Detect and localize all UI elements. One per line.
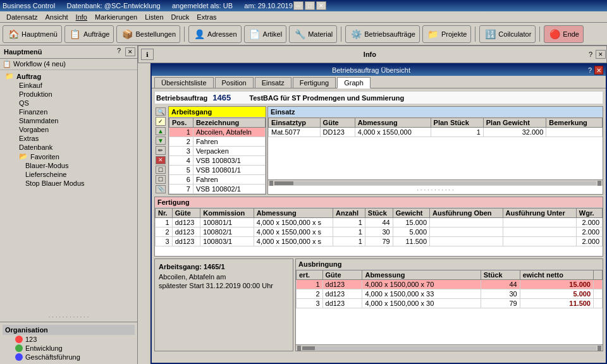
ba-header: Betriebsauftrag 1465 TestBAG für ST Prod…	[154, 91, 603, 104]
left-toolbar: 🔍 ✓ ▲ ▼ ✏ ✕ ☐ ☐ 📎	[154, 106, 167, 195]
betriebsauftraege-button[interactable]: ⚙️ Betriebsaufträge	[345, 25, 420, 43]
tab-fertigung[interactable]: Fertigung	[293, 77, 336, 88]
org-item-geschaeftsfuehrung[interactable]: Geschäftsführung	[3, 353, 135, 361]
sidebar-item-qs[interactable]: QS	[0, 99, 137, 107]
adressen-button[interactable]: 👤 Adressen	[188, 25, 241, 43]
tab-position[interactable]: Position	[215, 77, 254, 88]
projekte-button[interactable]: 📁 Projekte	[422, 25, 471, 43]
uncheck2-button[interactable]: ☐	[156, 175, 166, 183]
hauptmenu-button[interactable]: 🏠 Hauptmenü	[3, 25, 62, 43]
main-window-close[interactable]: ✕	[594, 66, 603, 75]
menu-druck[interactable]: Druck	[168, 13, 193, 21]
tab-einsatz[interactable]: Einsatz	[255, 77, 291, 88]
menu-ansicht[interactable]: Ansicht	[42, 13, 72, 21]
adressen-label: Adressen	[207, 30, 236, 38]
arbeitsgang-row-7[interactable]: 7VSB 100802/1	[169, 185, 266, 194]
arbeitsgang-row-2[interactable]: 2Fahren	[169, 137, 266, 147]
title-bar: Business Control Datenbank: @SC-Entwickl…	[0, 0, 607, 11]
minimize-button[interactable]: ─	[293, 1, 304, 10]
edit-button[interactable]: ✏	[156, 146, 166, 154]
clip-button[interactable]: 📎	[156, 185, 166, 193]
down-arrow-button[interactable]: ▼	[156, 136, 166, 145]
sidebar-item-vorgaben[interactable]: Vorgaben	[0, 125, 137, 134]
cell-pos: 4	[169, 156, 193, 166]
ende-icon: 🔴	[548, 28, 561, 40]
sidebar-item-stop-blauer-modus[interactable]: Stop Blauer Modus	[0, 179, 137, 188]
menu-listen[interactable]: Listen	[141, 13, 167, 21]
delete-button[interactable]: ✕	[156, 156, 166, 164]
menu-extras[interactable]: Extras	[193, 13, 220, 21]
ausbringung-row-2[interactable]: 2dd1234,000 x 1500,000 x 33305.000	[297, 289, 603, 299]
sidebar-item-lieferscheine[interactable]: Lieferscheine	[0, 170, 137, 179]
menu-info[interactable]: Info	[72, 13, 91, 21]
arbeitsgang-row-4[interactable]: 4VSB 100803/1	[169, 156, 266, 166]
arbeitsgang-row-6[interactable]: 6Fahren	[169, 175, 266, 185]
tab-uebersichtsliste[interactable]: Übersichtsliste	[154, 77, 214, 88]
einsatz-row-1[interactable]: Mat.5077DD1234,000 x 1550,000132.000	[269, 128, 603, 137]
fertigung-table-container[interactable]: Nr. Güte Kommission Abmessung Anzahl Stü…	[155, 208, 603, 256]
sidebar-item-favoriten[interactable]: 📂 Favoriten	[0, 152, 137, 161]
cell-bezeichnung: VSB 100802/1	[193, 185, 265, 194]
ausbringung-row-1[interactable]: 1dd1234,000 x 1500,000 x 704415.000	[297, 280, 603, 289]
sidebar-item-stammdaten[interactable]: Stammdaten	[0, 116, 137, 125]
info-icon[interactable]: ℹ	[141, 49, 154, 60]
sidebar-item-extras[interactable]: Extras	[0, 134, 137, 143]
fertigung-row-2[interactable]: 2dd123100802/14,000 x 1550,000 x s1305.0…	[156, 228, 603, 237]
ausbringung-header: Ausbringung	[296, 259, 603, 270]
sidebar-help[interactable]: ?	[114, 47, 123, 57]
ausbringung-row-3[interactable]: 3dd1234,000 x 1500,000 x 307911.500	[297, 299, 603, 308]
ausbringung-hscroll[interactable]	[296, 344, 603, 351]
ende-button[interactable]: 🔴 Ende	[544, 25, 584, 43]
sidebar-item-einkauf[interactable]: Einkauf	[0, 81, 137, 90]
cell-pos: 7	[169, 185, 193, 194]
col-wgr: Wgr.	[576, 209, 602, 218]
detail-panel: Arbeitsgang: 1465/1 Abcoilen, Abtafeln a…	[154, 258, 293, 351]
cell-pos: 6	[169, 175, 193, 185]
col-pos: Pos.	[169, 118, 193, 128]
main-win-help[interactable]: ?	[588, 66, 592, 74]
arbeitsgang-row-5[interactable]: 5VSB 100801/1	[169, 166, 266, 175]
org-item-entwicklung[interactable]: Entwicklung	[3, 344, 135, 353]
cell-bezeichnung: VSB 100803/1	[193, 156, 265, 166]
coilculator-button[interactable]: 🔢 Coilculator	[479, 25, 536, 43]
uncheck-button[interactable]: ☐	[156, 166, 166, 174]
fertigung-row-1[interactable]: 1dd123100801/14,000 x 1500,000 x s14415.…	[156, 218, 603, 228]
ausbringung-table-container[interactable]: ert. Güte Abmessung Stück ewicht netto	[296, 270, 603, 344]
org-item-123[interactable]: 123	[3, 335, 135, 344]
main-layout: Hauptmenü ? ✕ 📋 Workflow (4 neu) 📁 Auftr…	[0, 46, 607, 364]
sidebar-item-auftrag[interactable]: 📁 Auftrag	[0, 71, 137, 81]
check-button[interactable]: ✓	[156, 117, 166, 125]
info-help[interactable]: ?	[586, 51, 595, 58]
tab-graph[interactable]: Graph	[337, 77, 371, 88]
arbeitsgang-row-1[interactable]: 1Abcoilen, Abtafeln	[169, 128, 266, 137]
fertigung-table: Nr. Güte Kommission Abmessung Anzahl Stü…	[155, 208, 603, 246]
sidebar-item-blauer-modus[interactable]: Blauer-Modus	[0, 161, 137, 170]
sidebar-item-finanzen[interactable]: Finanzen	[0, 107, 137, 116]
arbeitsgang-row-3[interactable]: 3Verpacken	[169, 147, 266, 156]
projekte-label: Projekte	[441, 30, 467, 38]
material-button[interactable]: 🔧 Material	[289, 25, 337, 43]
einsatz-table-container[interactable]: Einsatztyp Güte Abmessung Plan Stück Pla…	[268, 118, 603, 179]
col-plan-gewicht: Plan Gewicht	[483, 118, 546, 128]
einsatz-hscroll[interactable]	[268, 179, 603, 186]
up-arrow-button[interactable]: ▲	[156, 127, 166, 135]
sidebar-close[interactable]: ✕	[125, 47, 135, 56]
close-button[interactable]: ✕	[316, 1, 326, 10]
auftraege-button[interactable]: 📋 Aufträge	[64, 25, 114, 43]
maximize-button[interactable]: □	[305, 1, 315, 10]
bestellungen-button[interactable]: 📦 Bestellungen	[116, 25, 180, 43]
scrollbar-track-a	[302, 346, 596, 350]
menu-markierungen[interactable]: Markierungen	[91, 13, 141, 21]
bottom-section: Arbeitsgang: 1465/1 Abcoilen, Abtafeln a…	[154, 258, 603, 351]
title-bar-controls: ─ □ ✕	[293, 1, 327, 11]
sidebar-item-produktion[interactable]: Produktion	[0, 90, 137, 99]
fertigung-row-3[interactable]: 3dd123100803/14,000 x 1500,000 x s17911.…	[156, 237, 603, 246]
arbeitsgang-table-container[interactable]: Pos. Bezeichnung 1Abcoilen, Abtafeln2Fah…	[169, 118, 266, 194]
filter-button[interactable]: 🔍	[156, 107, 166, 116]
sidebar-item-datenbank[interactable]: Datenbank	[0, 143, 137, 152]
col-stueck-a: Stück	[481, 270, 520, 280]
info-close[interactable]: ✕	[596, 50, 606, 59]
menu-datensatz[interactable]: Datensatz	[3, 13, 42, 21]
artikel-button[interactable]: 📄 Artikel	[244, 25, 287, 43]
org-indicator-geschaeftsfuehrung	[15, 353, 23, 361]
